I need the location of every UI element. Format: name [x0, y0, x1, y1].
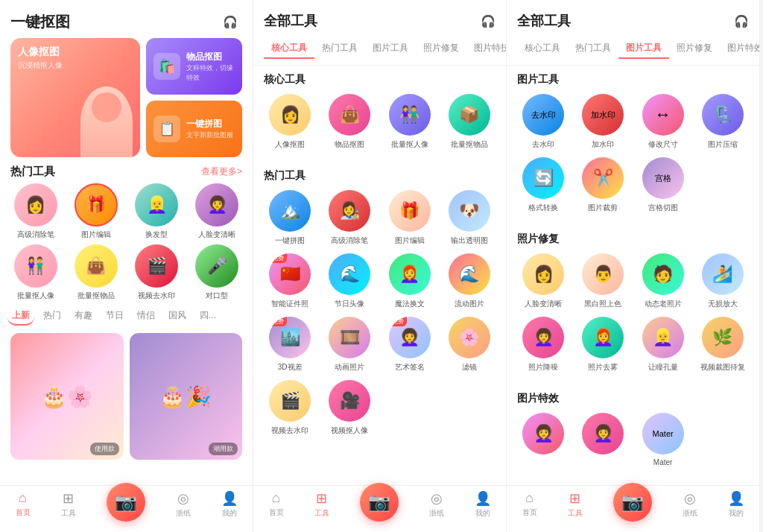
tool2-img-edit[interactable]: 🎁 图片编辑 [384, 190, 436, 246]
tool2-transparent[interactable]: 🐶 输出透明图 [443, 190, 496, 246]
tab-couple[interactable]: 情侣 [133, 307, 159, 326]
tool3-enlarge[interactable]: 🏄 无损放大 [697, 253, 749, 309]
camera-fab-wrapper-2[interactable]: 📷 [360, 490, 399, 529]
banner-portrait[interactable]: 人像抠图 沉浸精抠人像 [10, 38, 140, 157]
tool2-collage[interactable]: 🏔️ 一键拼图 [264, 190, 316, 246]
tool3-dehaze[interactable]: 👩‍🦰 照片去雾 [577, 317, 629, 373]
tools-icon-2: ⊞ [316, 490, 327, 507]
tool3-mater[interactable]: Mater Mater [637, 413, 689, 466]
tab-holiday[interactable]: 节日 [101, 307, 128, 326]
tool3-format[interactable]: 🔄 格式转换 [517, 157, 569, 213]
tool3-resize[interactable]: ↔️ 修改尺寸 [637, 94, 689, 150]
tab-hot[interactable]: 热门 [39, 307, 66, 326]
scroll-area-2[interactable]: 核心工具 👩 人像抠图 👜 物品抠图 👫 [253, 66, 506, 485]
tool2-3d[interactable]: 🏙️ 免费 3D视差 [264, 317, 316, 373]
nav-mine-2[interactable]: 👤 我的 [475, 490, 491, 529]
tool3-compress[interactable]: 🗜️ 图片压缩 [697, 94, 749, 150]
tab-chinese[interactable]: 国风 [164, 307, 191, 326]
headphones-icon[interactable]: 🎧 [223, 15, 242, 30]
tool3-remove-wm[interactable]: 去水印 去水印 [517, 94, 569, 150]
tool3-label-denoise: 照片降噪 [528, 362, 558, 373]
filter3-hot[interactable]: 热门工具 [568, 39, 618, 59]
filter-pic[interactable]: 图片工具 [365, 39, 416, 59]
tool-change-hair[interactable]: 👱‍♀️ 换发型 [129, 183, 185, 240]
camera-fab-2[interactable]: 📷 [360, 483, 399, 522]
nav-paper-label-2: 浙纸 [429, 508, 444, 519]
tool2-batch-portrait[interactable]: 👫 批量抠人像 [384, 94, 436, 150]
tool-video-watermark[interactable]: 🎬 视频去水印 [129, 244, 185, 301]
camera-fab-wrapper-1[interactable]: 📷 [107, 490, 145, 529]
tool2-circle-art-sign: 👩‍🦱 免费 [389, 317, 431, 358]
headphones-icon-2[interactable]: 🎧 [481, 14, 496, 28]
tool3-pupil[interactable]: 👱‍♀️ 让瞳孔量 [637, 317, 689, 373]
filter-photo[interactable]: 照片修复 [416, 39, 466, 59]
nav-paper-2[interactable]: ◎ 浙纸 [429, 490, 444, 529]
tool2-portrait-cutout[interactable]: 👩 人像抠图 [264, 94, 316, 150]
tool2-label-portrait: 人像抠图 [275, 139, 305, 150]
tool2-vid-portrait[interactable]: 🎥 视频抠人像 [323, 380, 376, 436]
tool2-id-photo[interactable]: 🇨🇳 免费 智能证件照 [264, 253, 316, 309]
template-grid: 🎂🌸 使用款 🎂🎉 潮用款 [0, 329, 253, 485]
tool2-filter[interactable]: 🌸 滤镜 [443, 317, 496, 373]
tool2-magic-text[interactable]: 👩‍🦰 魔法换文 [384, 253, 436, 309]
filter3-photo[interactable]: 照片修复 [669, 39, 720, 59]
tool3-face-clear[interactable]: 👩 人脸变清晰 [517, 253, 569, 309]
tool2-batch-object[interactable]: 📦 批量抠物品 [443, 94, 496, 150]
tool2-label-holiday: 节日头像 [335, 299, 364, 309]
tool2-circle-img-edit: 🎁 [389, 190, 431, 232]
tool-batch-portrait[interactable]: 👫 批量抠人像 [7, 244, 63, 301]
banner-object-cutout[interactable]: 🛍️ 物品抠图 文科特效，切缘特效 [146, 38, 242, 95]
tab-new[interactable]: 上新 [7, 307, 34, 326]
tool3-vid-crop[interactable]: 🌿 视频裁图待复 [697, 317, 749, 373]
tool-lipsync[interactable]: 🎤 对口型 [189, 244, 245, 301]
filter-core[interactable]: 核心工具 [264, 39, 314, 59]
tool2-flow-pic[interactable]: 🌊 流动图片 [443, 253, 496, 309]
tool3-grid[interactable]: 宫格 宫格切图 [637, 157, 689, 213]
tool3-colorize[interactable]: 👨 黑白照上色 [577, 253, 629, 309]
tool3-crop[interactable]: ✂️ 图片裁剪 [577, 157, 629, 213]
see-more-link[interactable]: 查看更多> [201, 165, 242, 178]
nav-tools-2[interactable]: ⊞ 工具 [314, 490, 329, 529]
camera-fab-wrapper-3[interactable]: 📷 [613, 490, 652, 529]
tool3-circle-effect1: 👩‍🦱 [522, 413, 564, 455]
tab-fun[interactable]: 有趣 [70, 307, 97, 326]
tool3-old-photo[interactable]: 🧑 动态老照片 [637, 253, 689, 309]
nav-tools-3[interactable]: ⊞ 工具 [568, 490, 583, 529]
nav-tools-1[interactable]: ⊞ 工具 [61, 490, 76, 529]
camera-fab-3[interactable]: 📷 [613, 483, 652, 522]
tool-batch-object[interactable]: 👜 批量抠物品 [68, 244, 124, 301]
tool2-vid-watermark[interactable]: 🎬 视频去水印 [264, 380, 316, 436]
nav-home-1[interactable]: ⌂ 首页 [16, 490, 31, 529]
template-card-1[interactable]: 🎂🌸 使用款 [10, 333, 124, 460]
nav-mine-3[interactable]: 👤 我的 [728, 490, 744, 529]
nav-mine-1[interactable]: 👤 我的 [221, 490, 238, 529]
nav-paper-1[interactable]: ◎ 浙纸 [176, 490, 191, 529]
tab-more[interactable]: 四... [195, 307, 221, 326]
nav-home-2[interactable]: ⌂ 首页 [269, 490, 284, 529]
filter-hot[interactable]: 热门工具 [314, 39, 365, 59]
filter3-effect[interactable]: 图片特效 [720, 39, 760, 59]
headphones-icon-3[interactable]: 🎧 [734, 14, 749, 28]
tool2-erase[interactable]: 👩‍🎨 高级消除笔 [323, 190, 376, 246]
filter3-pic[interactable]: 图片工具 [618, 39, 669, 59]
filter3-core[interactable]: 核心工具 [517, 39, 568, 59]
tool3-effect1[interactable]: 👩‍🦱 [517, 413, 569, 466]
tool-face-clear[interactable]: 👩‍🦱 人脸变清晰 [189, 183, 245, 240]
template-card-2[interactable]: 🎂🎉 潮用款 [130, 333, 243, 460]
camera-fab-1[interactable]: 📷 [107, 483, 145, 522]
banner-collage[interactable]: 📋 一键拼图 文字新新批图服 [146, 101, 242, 157]
tool2-animate-photo[interactable]: 🎞️ 动画照片 [323, 317, 376, 373]
nav-paper-3[interactable]: ◎ 浙纸 [683, 490, 697, 529]
tool2-object-cutout[interactable]: 👜 物品抠图 [323, 94, 376, 150]
tool3-effect2[interactable]: 👩‍🦱 [577, 413, 629, 466]
scroll-area-3[interactable]: 图片工具 去水印 去水印 加水印 加水印 ↔️ [507, 66, 759, 485]
tool2-art-sign[interactable]: 👩‍🦱 免费 艺术签名 [384, 317, 436, 373]
nav-home-3[interactable]: ⌂ 首页 [522, 490, 537, 529]
tool2-circle-erase: 👩‍🎨 [329, 190, 370, 232]
tool3-add-wm[interactable]: 加水印 加水印 [577, 94, 629, 150]
tool-image-edit[interactable]: 🎁 图片编辑 [68, 183, 124, 240]
tool2-holiday-avatar[interactable]: 🌊 节日头像 [323, 253, 376, 309]
tool3-denoise[interactable]: 👩‍🦱 照片降噪 [517, 317, 569, 373]
filter-effect[interactable]: 图片特技 [466, 39, 507, 59]
tool-high-erase[interactable]: 👩 高级消除笔 [7, 183, 63, 240]
